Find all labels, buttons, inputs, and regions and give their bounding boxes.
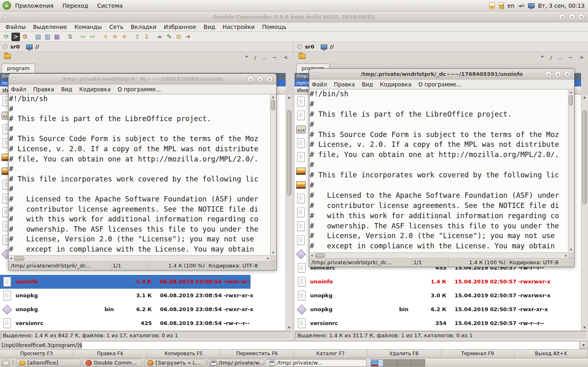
scrollbar-thumb[interactable] <box>582 110 587 204</box>
show-desktop-icon[interactable] <box>1 359 10 367</box>
function-key-button[interactable]: Просмотр F3 <box>0 349 73 358</box>
folder-icon[interactable] <box>4 54 11 59</box>
scroll-right-icon[interactable]: ▶ <box>565 253 567 259</box>
viewer-menu-item[interactable]: Кодировка <box>79 86 114 93</box>
viewer-vscrollbar[interactable]: ▲ ▼ <box>270 95 276 255</box>
viewer-hscrollbar[interactable]: ◀ ▶ <box>9 255 270 261</box>
resize-grip-icon[interactable]: ⋰ <box>271 262 276 270</box>
table-row[interactable]: unoinfo 1.4 К 06.08.2019 23:08:54 -rwxr-… <box>0 275 279 289</box>
scroll-left-icon[interactable]: ◀ <box>10 256 12 261</box>
function-key-button[interactable]: Удалить F8 <box>368 349 441 358</box>
toolbar-icon[interactable]: ⧉ <box>174 33 183 41</box>
toolbar-icon[interactable]: ⇅ <box>66 33 74 41</box>
dc-menu-item[interactable]: Избранное <box>160 24 200 30</box>
cdrom-icon[interactable] <box>297 44 302 49</box>
taskbar-window-button[interactable]: /tmp/.private/w... <box>207 359 264 367</box>
viewer-menu-item[interactable]: Вид <box>362 81 377 88</box>
quick-dir-button[interactable]: / <box>255 54 256 60</box>
scroll-right-icon[interactable]: ▶ <box>267 256 269 261</box>
file-row[interactable] <box>295 138 308 152</box>
taskbar-handle[interactable] <box>12 360 14 366</box>
workspace-cell[interactable] <box>370 359 384 367</box>
quick-dir-button[interactable]: > <box>579 54 584 60</box>
toolbar-icon[interactable]: ✎ <box>165 33 173 41</box>
scrollbar-thumb[interactable] <box>271 100 275 111</box>
applications-menu-icon[interactable]: » <box>2 1 11 10</box>
desktop-menu-item[interactable]: Система <box>97 2 122 9</box>
scrollbar-thumb[interactable] <box>287 110 291 196</box>
file-list-scrollbar-right[interactable]: ▲ ▼ <box>581 95 588 330</box>
clock[interactable]: Вт, 3 сен, 00:13 <box>538 2 585 9</box>
function-key-button[interactable]: Каталог F7 <box>294 349 368 358</box>
scroll-down-icon[interactable]: ▼ <box>286 326 292 329</box>
shade-button[interactable]: ∨ <box>545 71 552 77</box>
cdrom-icon[interactable] <box>2 44 8 49</box>
file-row[interactable] <box>295 152 308 166</box>
table-row[interactable]: unopkg 3.0 К 15.04.2019 02:50:57 -rwxrwx… <box>295 289 575 303</box>
file-row[interactable] <box>295 207 308 221</box>
viewer-menu-item[interactable]: О программе... <box>118 86 164 93</box>
network-icon[interactable] <box>26 44 33 49</box>
viewer-menu-item[interactable]: Файл <box>312 81 331 88</box>
volume-muted-icon[interactable]: ◄× <box>518 3 525 9</box>
taskbar-window-button[interactable]: /tmp/.private/w... <box>266 359 367 367</box>
scroll-up-icon[interactable]: ▲ <box>271 95 276 99</box>
drive-button[interactable]: sr0 <box>10 44 20 50</box>
scroll-down-icon[interactable]: ▼ <box>568 248 574 252</box>
desktop-menu-item[interactable]: Приложения <box>15 2 53 9</box>
viewer-menu-item[interactable]: Правка <box>33 86 58 93</box>
close-button[interactable]: × <box>266 75 273 82</box>
quick-dir-button[interactable]: < <box>284 54 288 60</box>
viewer-titlebar[interactable]: /tmp/.private/wndrlstprk/_dc~~~/16053280… <box>9 74 276 84</box>
toolbar-icon[interactable]: ⇨ <box>88 33 97 41</box>
viewer-content[interactable]: #!/bin/sh## This file is part of the Lib… <box>9 95 270 255</box>
function-key-button[interactable]: Правка F4 <box>73 349 147 358</box>
file-lock-icon[interactable] <box>498 2 504 9</box>
shade-button[interactable]: ∨ <box>559 13 566 20</box>
file-row[interactable] <box>295 110 308 124</box>
toolbar-icon[interactable]: ✳ <box>101 33 110 41</box>
scroll-down-icon[interactable]: ▼ <box>271 251 276 254</box>
desktop-menu-item[interactable]: Переход <box>62 2 88 9</box>
shade-button[interactable]: ∨ <box>247 75 254 82</box>
folder-icon[interactable] <box>299 54 306 59</box>
table-row[interactable]: unoinfo 1.4 К 15.04.2019 02:50:57 -rwxrw… <box>295 275 575 289</box>
toolbar-icon[interactable]: ⇧ <box>133 33 142 41</box>
taskbar-window-button[interactable]: [alteroffice] <box>16 359 81 367</box>
scroll-up-icon[interactable]: ▲ <box>581 95 588 99</box>
file-row[interactable] <box>295 166 308 179</box>
toolbar-icon[interactable]: > <box>11 33 20 41</box>
command-input[interactable] <box>82 341 579 349</box>
table-row[interactable]: unopkg bin 6.2 К 15.04.2019 02:50:57 -rw… <box>295 303 575 316</box>
function-key-button[interactable]: Копировать F5 <box>147 349 220 358</box>
function-key-button[interactable]: Переместить F6 <box>220 349 294 358</box>
dc-menu-item[interactable]: Настройки <box>219 24 258 30</box>
scroll-down-icon[interactable]: ▼ <box>581 326 588 329</box>
scroll-up-icon[interactable]: ▲ <box>568 91 574 94</box>
toolbar-icon[interactable]: ⇩ <box>142 33 151 41</box>
drive-button[interactable]: sr0 <box>305 44 314 50</box>
dc-menu-item[interactable]: Вид <box>200 24 219 30</box>
resize-grip-icon[interactable]: ⋰ <box>569 259 574 267</box>
workspace-cell[interactable] <box>411 359 425 367</box>
maximize-button[interactable]: ∧ <box>555 71 561 77</box>
viewer-vscrollbar[interactable]: ▲ ▼ <box>568 90 574 252</box>
file-row[interactable] <box>295 221 308 235</box>
dc-menu-item[interactable]: Файлы <box>2 24 29 30</box>
table-row[interactable]: versionrc 354 15.04.2019 02:50:57 -rw-r-… <box>295 316 575 330</box>
toolbar-icon[interactable]: ▥ <box>43 33 52 41</box>
function-key-button[interactable]: Терминал F9 <box>441 349 515 358</box>
quick-dir-button[interactable]: .. <box>559 54 562 60</box>
keyboard-layout-indicator[interactable]: en <box>507 2 515 9</box>
close-button[interactable]: × <box>578 13 585 20</box>
toolbar-icon[interactable]: ✳ <box>120 33 129 41</box>
viewer-hscrollbar[interactable]: ◀ ▶ <box>310 252 568 259</box>
viewer-content[interactable]: #!/bin/sh## This file is part of the Lib… <box>310 90 568 252</box>
viewer-menu-item[interactable]: Правка <box>334 81 358 88</box>
file-row[interactable] <box>295 124 308 138</box>
display-icon[interactable] <box>528 3 535 8</box>
viewer-titlebar[interactable]: /tmp/.private/wndrlstprk/_dc~~~/17684055… <box>309 69 574 80</box>
dc-menu-item[interactable]: Помощь <box>258 24 290 30</box>
table-row[interactable]: unopkg bin 6.2 К 06.08.2019 23:08:54 -rw… <box>0 303 279 316</box>
scroll-left-icon[interactable]: ◀ <box>311 253 313 259</box>
